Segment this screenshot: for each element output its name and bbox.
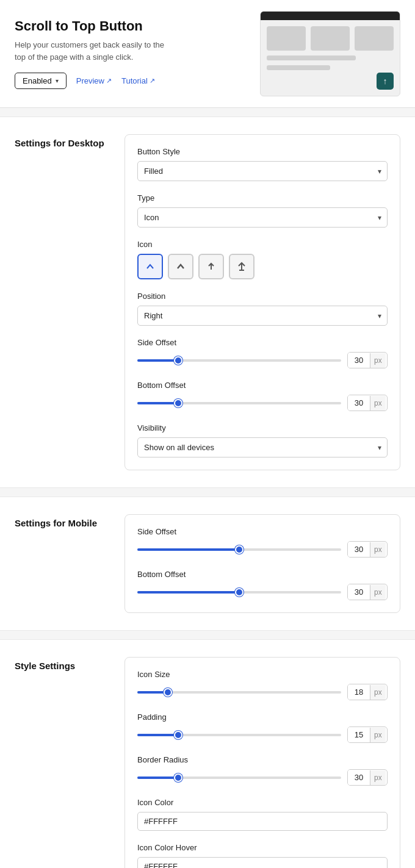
tutorial-link[interactable]: Tutorial ↗	[121, 76, 155, 85]
mobile-bottom-offset-unit: px	[370, 585, 386, 600]
mobile-section: Settings for Mobile Side Offset 30 px Bo…	[0, 497, 415, 631]
padding-value: 15	[348, 727, 370, 742]
border-radius-value: 30	[348, 770, 370, 785]
icon-field: Icon	[137, 240, 388, 279]
icon-color-input[interactable]	[137, 812, 388, 831]
padding-slider-row: 15 px	[137, 726, 388, 743]
enabled-button[interactable]: Enabled ▾	[15, 73, 67, 89]
icon-color-hover-input[interactable]	[137, 857, 388, 868]
bottom-offset-value: 30	[348, 395, 370, 411]
bottom-offset-label: Bottom Offset	[137, 381, 388, 390]
icon-size-label: Icon Size	[137, 670, 388, 679]
icon-size-value-box: 18 px	[347, 684, 388, 700]
mobile-side-offset-field: Side Offset 30 px	[137, 527, 388, 558]
external-link-icon: ↗	[150, 77, 155, 85]
border-radius-label: Border Radius	[137, 755, 388, 764]
mockup-line	[267, 65, 330, 70]
mobile-side-offset-unit: px	[370, 542, 386, 557]
enabled-label: Enabled	[23, 76, 52, 85]
preview-mockup: ↑	[260, 11, 400, 96]
visibility-label: Visibility	[137, 423, 388, 432]
visibility-field: Visibility Show on all devices Hide on m…	[137, 423, 388, 457]
button-style-select-wrapper: Filled Outlined Minimal ▾	[137, 161, 388, 181]
border-radius-field: Border Radius 30 px	[137, 755, 388, 786]
mobile-side-offset-value: 30	[348, 542, 370, 557]
position-select-wrapper: Right Left ▾	[137, 306, 388, 326]
icon-option-4[interactable]	[229, 254, 254, 279]
icon-size-unit: px	[370, 685, 386, 700]
mobile-bottom-offset-value: 30	[348, 584, 370, 600]
mobile-bottom-offset-label: Bottom Offset	[137, 570, 388, 579]
button-style-select[interactable]: Filled Outlined Minimal	[137, 161, 388, 181]
button-style-field: Button Style Filled Outlined Minimal ▾	[137, 147, 388, 181]
mobile-side-offset-label: Side Offset	[137, 527, 388, 536]
bottom-offset-unit: px	[370, 396, 386, 411]
button-style-label: Button Style	[137, 147, 388, 156]
padding-label: Padding	[137, 712, 388, 722]
padding-field: Padding 15 px	[137, 712, 388, 743]
page-title: Scroll to Top Button	[15, 18, 260, 34]
mockup-content	[261, 20, 400, 76]
position-select[interactable]: Right Left	[137, 306, 388, 326]
chevron-down-icon: ▾	[56, 77, 59, 84]
mockup-top-bar	[261, 12, 400, 20]
icon-color-hover-field: Icon Color Hover	[137, 843, 388, 868]
border-radius-unit: px	[370, 770, 386, 785]
mockup-card	[267, 26, 306, 51]
icon-size-slider-row: 18 px	[137, 684, 388, 700]
style-settings-card: Icon Size 18 px Padding	[125, 657, 400, 868]
mobile-side-offset-value-box: 30 px	[347, 541, 388, 558]
preview-link[interactable]: Preview ↗	[76, 76, 112, 85]
bottom-offset-slider-row: 30 px	[137, 395, 388, 411]
mobile-bottom-offset-field: Bottom Offset 30 px	[137, 570, 388, 600]
mobile-side-offset-slider-row: 30 px	[137, 541, 388, 558]
position-field: Position Right Left ▾	[137, 292, 388, 326]
header-section: Scroll to Top Button Help your customers…	[0, 0, 415, 108]
type-select[interactable]: Icon Text Icon + Text	[137, 207, 388, 228]
icon-color-field: Icon Color	[137, 798, 388, 831]
padding-track	[137, 734, 341, 736]
side-offset-track	[137, 359, 341, 362]
icon-option-3[interactable]	[198, 254, 224, 279]
header-actions: Enabled ▾ Preview ↗ Tutorial ↗	[15, 73, 260, 89]
icon-option-1[interactable]	[137, 254, 163, 279]
visibility-select[interactable]: Show on all devices Hide on mobile Hide …	[137, 437, 388, 457]
page-description: Help your customers get back easily to t…	[15, 39, 173, 63]
padding-unit: px	[370, 728, 386, 742]
side-offset-unit: px	[370, 353, 386, 368]
side-offset-slider-row: 30 px	[137, 352, 388, 368]
side-offset-label: Side Offset	[137, 338, 388, 347]
icon-size-track	[137, 691, 341, 694]
desktop-section: Settings for Desktop Button Style Filled…	[0, 117, 415, 488]
mockup-row	[267, 26, 394, 51]
header-left: Scroll to Top Button Help your customers…	[15, 18, 260, 89]
mockup-card	[311, 26, 350, 51]
side-offset-value: 30	[348, 353, 370, 368]
icon-size-field: Icon Size 18 px	[137, 670, 388, 700]
mobile-side-offset-track	[137, 548, 341, 551]
type-field: Type Icon Text Icon + Text ▾	[137, 193, 388, 228]
icon-option-2[interactable]	[168, 254, 193, 279]
side-offset-field: Side Offset 30 px	[137, 338, 388, 368]
type-select-wrapper: Icon Text Icon + Text ▾	[137, 207, 388, 228]
mockup-line	[267, 56, 356, 60]
mobile-section-label: Settings for Mobile	[15, 514, 112, 528]
position-label: Position	[137, 292, 388, 301]
bottom-offset-track	[137, 402, 341, 404]
desktop-section-label: Settings for Desktop	[15, 134, 112, 148]
icon-color-label: Icon Color	[137, 798, 388, 807]
icon-color-hover-label: Icon Color Hover	[137, 843, 388, 852]
style-section: Style Settings Icon Size 18 px Padding	[0, 639, 415, 868]
border-radius-slider-row: 30 px	[137, 769, 388, 786]
mockup-card	[355, 26, 394, 51]
bottom-offset-value-box: 30 px	[347, 395, 388, 411]
mobile-bottom-offset-track	[137, 591, 341, 594]
mobile-settings-card: Side Offset 30 px Bottom Offset	[125, 514, 400, 613]
style-section-label: Style Settings	[15, 657, 112, 671]
mockup-scroll-button: ↑	[377, 73, 394, 90]
mobile-bottom-offset-value-box: 30 px	[347, 584, 388, 600]
desktop-settings-card: Button Style Filled Outlined Minimal ▾ T…	[125, 134, 400, 470]
side-offset-value-box: 30 px	[347, 352, 388, 368]
visibility-select-wrapper: Show on all devices Hide on mobile Hide …	[137, 437, 388, 457]
icon-picker	[137, 254, 388, 279]
